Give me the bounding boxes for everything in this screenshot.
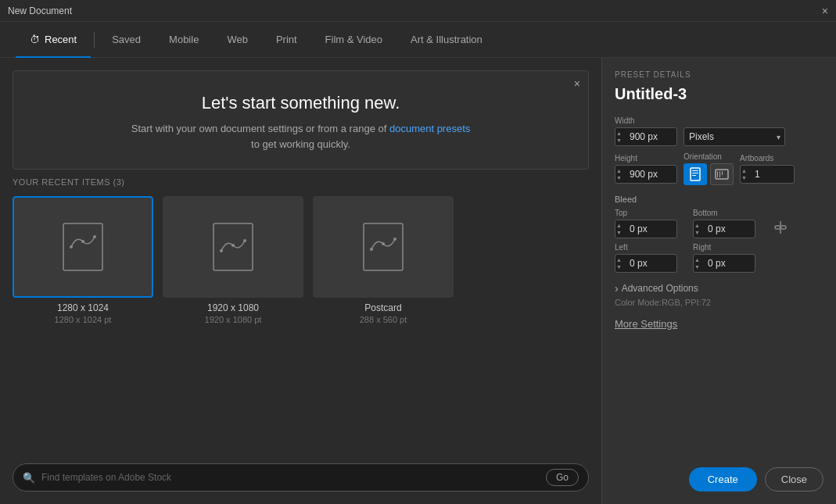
portrait-button[interactable] [684, 163, 707, 185]
bleed-bottom-arrows: ▲ ▼ [694, 222, 700, 236]
orientation-buttons [684, 163, 734, 185]
svg-point-3 [93, 235, 96, 238]
search-icon: 🔍 [23, 472, 35, 484]
recent-item-0[interactable]: 1280 x 1024 1280 x 1024 pt [13, 196, 153, 329]
main-area: × Let's start something new. Start with … [0, 58, 836, 504]
create-button[interactable]: Create [689, 467, 757, 491]
width-label: Width [615, 116, 677, 125]
bleed-bottom-group: Bottom ▲ ▼ [693, 209, 755, 238]
item-info-2: Postcard 288 x 560 pt [313, 298, 454, 329]
item-thumb-2 [313, 196, 454, 298]
item-name-2: Postcard [314, 302, 452, 313]
artboards-up-arrow[interactable]: ▲ [741, 167, 747, 174]
svg-point-2 [81, 240, 84, 243]
svg-rect-13 [692, 170, 698, 171]
bleed-right-input[interactable] [693, 254, 755, 273]
width-down-arrow[interactable]: ▼ [616, 137, 622, 144]
bottom-buttons: Create Close [615, 455, 823, 491]
bleed-top-arrows: ▲ ▼ [616, 222, 622, 236]
link-constrain-icon[interactable] [774, 220, 787, 238]
height-down-arrow[interactable]: ▼ [616, 174, 622, 181]
go-button[interactable]: Go [546, 469, 579, 486]
bleed-left-label: Left [615, 243, 677, 252]
recent-item-1[interactable]: 1920 x 1080 1920 x 1080 pt [163, 196, 303, 329]
bleed-top-label: Top [615, 209, 677, 217]
recent-items-list: 1280 x 1024 1280 x 1024 pt [13, 196, 589, 329]
bleed-top-up[interactable]: ▲ [616, 222, 622, 229]
bleed-top-down[interactable]: ▼ [616, 229, 622, 236]
tab-divider [94, 32, 95, 48]
height-up-arrow[interactable]: ▲ [616, 167, 622, 174]
svg-rect-0 [63, 223, 102, 270]
document-presets-link[interactable]: document presets [389, 123, 470, 134]
bleed-top-group: Top ▲ ▼ [615, 209, 677, 238]
bleed-bottom-spinner: ▲ ▼ [693, 220, 755, 238]
window-close-button[interactable]: × [822, 5, 828, 16]
more-settings-link[interactable]: More Settings [615, 318, 823, 330]
artboards-down-arrow[interactable]: ▼ [741, 174, 747, 181]
bleed-bottom-input[interactable] [693, 220, 755, 238]
banner-title: Let's start something new. [29, 93, 572, 113]
artboards-spinner: ▲ ▼ [740, 165, 795, 184]
recent-item-2[interactable]: Postcard 288 x 560 pt [313, 196, 454, 329]
orientation-group: Orientation [684, 152, 734, 185]
bleed-left-down[interactable]: ▼ [616, 263, 622, 270]
unit-select[interactable]: Pixels Inches Centimeters Millimeters Po… [684, 127, 785, 146]
artboards-label: Artboards [740, 154, 795, 163]
tab-art-illustration[interactable]: Art & Illustration [396, 22, 497, 58]
height-spinner: ▲ ▼ [615, 165, 677, 184]
banner-close-button[interactable]: × [574, 77, 580, 90]
bleed-bottom-up[interactable]: ▲ [694, 222, 700, 229]
tab-recent[interactable]: ⏱ Recent [16, 22, 91, 58]
tab-film-video[interactable]: Film & Video [311, 22, 396, 58]
orientation-label: Orientation [684, 152, 734, 161]
item-size-1: 1920 x 1080 pt [164, 315, 302, 324]
bleed-bottom-label: Bottom [693, 209, 755, 217]
bleed-left-up[interactable]: ▲ [616, 256, 622, 263]
artboards-input[interactable] [740, 165, 795, 184]
item-name-0: 1280 x 1024 [14, 302, 152, 313]
bleed-left-right-row: Left ▲ ▼ Right ▲ ▼ [615, 243, 823, 273]
width-up-arrow[interactable]: ▲ [616, 130, 622, 137]
search-input[interactable] [41, 472, 540, 483]
bleed-right-down[interactable]: ▼ [694, 263, 700, 270]
width-input[interactable] [615, 127, 677, 146]
bleed-left-group: Left ▲ ▼ [615, 243, 677, 273]
svg-point-7 [243, 239, 246, 242]
title-bar: New Document × [0, 0, 836, 22]
search-bar: 🔍 Go [13, 463, 589, 491]
bleed-top-spinner: ▲ ▼ [615, 220, 677, 238]
right-panel: PRESET DETAILS Width ▲ ▼ Pixels [601, 58, 836, 504]
tab-web[interactable]: Web [213, 22, 262, 58]
bleed-right-up[interactable]: ▲ [694, 256, 700, 263]
svg-rect-18 [719, 171, 720, 177]
close-dialog-button[interactable]: Close [765, 467, 823, 491]
width-row: Width ▲ ▼ Pixels Inches Centimeters [615, 116, 823, 146]
bleed-bottom-down[interactable]: ▼ [694, 229, 700, 236]
item-info-0: 1280 x 1024 1280 x 1024 pt [13, 298, 153, 329]
bleed-top-input[interactable] [615, 220, 677, 238]
svg-rect-8 [364, 223, 403, 270]
bleed-left-input[interactable] [615, 254, 677, 273]
height-input[interactable] [615, 165, 677, 184]
bleed-top-bottom-row: Top ▲ ▼ Bottom ▲ ▼ [615, 209, 823, 238]
document-name-input[interactable] [615, 85, 823, 105]
advanced-options-toggle[interactable]: › Advanced Options [615, 282, 823, 295]
chevron-right-icon: › [615, 282, 619, 295]
unit-label [684, 116, 785, 125]
banner-subtitle-post: to get working quickly. [251, 138, 350, 150]
landscape-button[interactable] [710, 163, 734, 185]
unit-select-wrapper: Pixels Inches Centimeters Millimeters Po… [684, 127, 785, 146]
svg-rect-15 [692, 175, 696, 176]
item-name-1: 1920 x 1080 [164, 302, 302, 313]
tab-print[interactable]: Print [262, 22, 311, 58]
tab-saved[interactable]: Saved [98, 22, 155, 58]
window-title: New Document [8, 5, 72, 16]
svg-point-1 [70, 245, 73, 248]
tab-mobile[interactable]: Mobile [155, 22, 213, 58]
bleed-left-spinner: ▲ ▼ [615, 254, 677, 273]
svg-point-20 [780, 227, 782, 229]
svg-point-9 [370, 248, 373, 251]
bleed-right-group: Right ▲ ▼ [693, 243, 755, 273]
svg-rect-17 [717, 171, 718, 177]
